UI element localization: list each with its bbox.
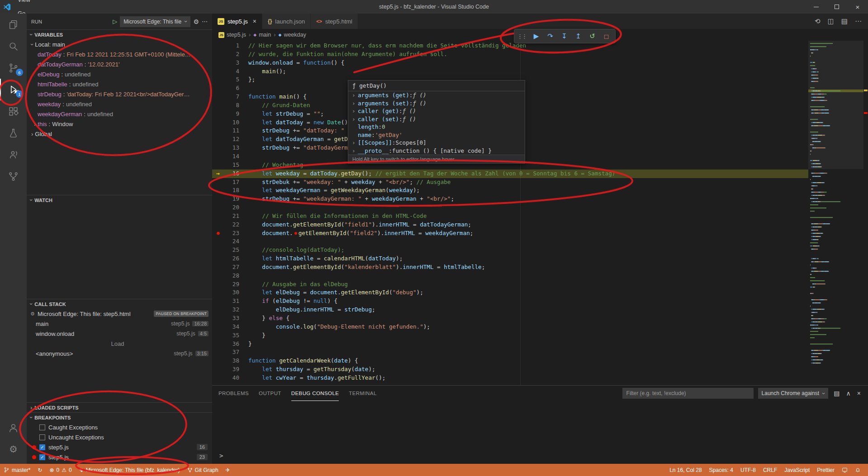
line-number[interactable]: 13 xyxy=(224,144,239,152)
code-line-33[interactable]: 33 } else { xyxy=(212,314,808,323)
split-editor-icon[interactable]: ◫ xyxy=(828,17,834,25)
layout-icon[interactable]: ▤ xyxy=(841,17,848,25)
variables-header[interactable]: › VARIABLES xyxy=(27,29,212,39)
console-prompt[interactable]: > xyxy=(219,452,223,459)
code-line-22[interactable]: 22 document.getElementById("field1").inn… xyxy=(212,221,808,229)
popup-property-row[interactable]: ›caller (get): ƒ () xyxy=(348,107,525,115)
line-number[interactable]: 21 xyxy=(224,212,239,221)
code-line-37[interactable]: 37 xyxy=(212,348,808,357)
call-stack-header[interactable]: › CALL STACK xyxy=(27,299,212,309)
scope-local-main[interactable]: › Local: main xyxy=(27,39,212,49)
status-indentation[interactable]: Spaces: 4 xyxy=(706,464,737,476)
activity-explorer[interactable] xyxy=(0,14,27,35)
line-number[interactable]: 28 xyxy=(224,272,239,280)
line-number[interactable]: 4 xyxy=(224,67,239,76)
line-number[interactable]: 3 xyxy=(224,59,239,67)
gutter-glyph-margin[interactable] xyxy=(212,365,224,374)
panel-tab-output[interactable]: OUTPUT xyxy=(259,386,281,401)
line-number[interactable]: 10 xyxy=(224,118,239,127)
notifications-bell[interactable] xyxy=(851,464,864,476)
line-number[interactable]: 19 xyxy=(224,195,239,203)
stack-frame[interactable]: <anonymous>step5.js3:15 xyxy=(27,349,212,358)
variable-row[interactable]: datToday: Fri Feb 12 2021 12:25:51 GMT+0… xyxy=(27,49,212,59)
code-line-2[interactable]: 2// wurde, die Funktion main(ohne Argume… xyxy=(212,50,808,59)
watch-header[interactable]: › WATCH xyxy=(27,195,212,205)
line-number[interactable]: 29 xyxy=(224,280,239,289)
minimap[interactable] xyxy=(808,41,863,385)
line-number[interactable]: 35 xyxy=(224,331,239,340)
variable-row[interactable]: elDebug: undefined xyxy=(27,69,212,79)
gutter-glyph-margin[interactable] xyxy=(212,42,224,50)
debug-config-dropdown[interactable]: Microsoft Edge: This file › xyxy=(120,16,190,27)
restart-button[interactable]: ↺ xyxy=(586,30,598,42)
status-encoding[interactable]: UTF-8 xyxy=(737,464,759,476)
gutter-glyph-margin[interactable] xyxy=(212,306,224,314)
activity-git-graph[interactable] xyxy=(0,165,27,187)
line-number[interactable]: 32 xyxy=(224,306,239,314)
code-line-36[interactable]: 36} xyxy=(212,340,808,349)
drag-handle-icon[interactable]: ⋮⋮ xyxy=(517,33,528,40)
gear-icon[interactable]: ⚙ xyxy=(193,18,199,25)
line-number[interactable]: 20 xyxy=(224,203,239,212)
line-number[interactable]: 33 xyxy=(224,314,239,323)
line-number[interactable]: 2 xyxy=(224,50,239,59)
gutter-glyph-margin[interactable] xyxy=(212,254,224,263)
close-tab-icon[interactable]: × xyxy=(253,18,256,25)
activity-testing[interactable] xyxy=(0,122,27,144)
code-line-24[interactable]: 24 xyxy=(212,237,808,246)
gutter-glyph-margin[interactable] xyxy=(212,67,224,76)
code-editor[interactable]: 1// Hier sagen wir dem Browser nur, dass… xyxy=(212,41,868,385)
timeline-icon[interactable]: ⟲ xyxy=(815,17,821,25)
code-line-25[interactable]: 25 //console.log(datToday); xyxy=(212,246,808,254)
gutter-glyph-margin[interactable]: ● xyxy=(212,229,224,238)
popup-property-row[interactable]: ›caller (set): ƒ () xyxy=(348,115,525,123)
gutter-glyph-margin[interactable] xyxy=(212,374,224,382)
activity-extensions[interactable] xyxy=(0,100,27,122)
panel-tab-problems[interactable]: PROBLEMS xyxy=(218,386,249,401)
stack-frame[interactable]: window.onloadstep5.js4:5 xyxy=(27,329,212,339)
gutter-glyph-margin[interactable] xyxy=(212,118,224,127)
activity-search[interactable] xyxy=(0,35,27,57)
popup-property-row[interactable]: ›arguments (get): ƒ () xyxy=(348,91,525,99)
gutter-glyph-margin[interactable] xyxy=(212,84,224,93)
gutter-glyph-margin[interactable] xyxy=(212,127,224,135)
start-debug-button[interactable]: ▷ xyxy=(113,18,117,25)
panel-tab-terminal[interactable]: TERMINAL xyxy=(349,386,376,401)
gutter-glyph-margin[interactable] xyxy=(212,59,224,67)
stack-frame[interactable]: mainstep5.js16:28 xyxy=(27,319,212,329)
more-actions-icon[interactable]: ⋯ xyxy=(855,17,862,25)
variable-row[interactable]: htmlTabelle: undefined xyxy=(27,79,212,89)
breadcrumb-item-weekday[interactable]: ◆weekday xyxy=(278,32,306,38)
line-number[interactable]: 18 xyxy=(224,186,239,195)
step-over-button[interactable]: ↷ xyxy=(544,30,556,42)
continue-button[interactable]: ▶ xyxy=(530,30,542,42)
close-button[interactable]: × xyxy=(847,0,868,14)
code-line-18[interactable]: 18 let weekdayGerman = getWeekdayGerman(… xyxy=(212,186,808,195)
gutter-glyph-margin[interactable] xyxy=(212,297,224,306)
gutter-glyph-margin[interactable] xyxy=(212,50,224,59)
git-graph-button[interactable]: Git Graph xyxy=(184,464,222,476)
gutter-glyph-margin[interactable] xyxy=(212,178,224,187)
popup-property-row[interactable]: ›[[Scopes]]: Scopes[0] xyxy=(348,139,525,147)
tab-step5-html[interactable]: <>step5.html xyxy=(311,14,358,29)
breakpoints-header[interactable]: › BREAKPOINTS xyxy=(27,412,212,422)
code-line-30[interactable]: 30 let elDebug = document.getElementById… xyxy=(212,288,808,297)
gutter-glyph-margin[interactable] xyxy=(212,203,224,212)
loaded-scripts-header[interactable]: › LOADED SCRIPTS xyxy=(27,402,212,412)
code-line-19[interactable]: 19 strDebug += "weekdayGerman: " + weekd… xyxy=(212,195,808,203)
breadcrumb-item-step5.js[interactable]: JSstep5.js xyxy=(218,32,246,38)
console-filter-input[interactable] xyxy=(622,388,754,399)
popup-property-row[interactable]: ›arguments (set): ƒ () xyxy=(348,99,525,108)
gutter-glyph-margin[interactable] xyxy=(212,288,224,297)
tab-step5-js[interactable]: JSstep5.js× xyxy=(212,14,262,29)
line-number[interactable]: 38 xyxy=(224,357,239,365)
code-line-40[interactable]: 40 let cwYear = thursday.getFullYear(); xyxy=(212,374,808,382)
gutter-glyph-margin[interactable] xyxy=(212,75,224,84)
code-line-20[interactable]: 20 xyxy=(212,203,808,212)
status-language[interactable]: JavaScript xyxy=(781,464,813,476)
gutter-glyph-margin[interactable] xyxy=(212,195,224,203)
code-line-17[interactable]: 17 strDebuk += "weekday: " + weekday + "… xyxy=(212,178,808,187)
gutter-glyph-margin[interactable] xyxy=(212,280,224,289)
gutter-glyph-margin[interactable] xyxy=(212,144,224,152)
breakpoint-row[interactable]: Caught Exceptions xyxy=(27,422,212,432)
